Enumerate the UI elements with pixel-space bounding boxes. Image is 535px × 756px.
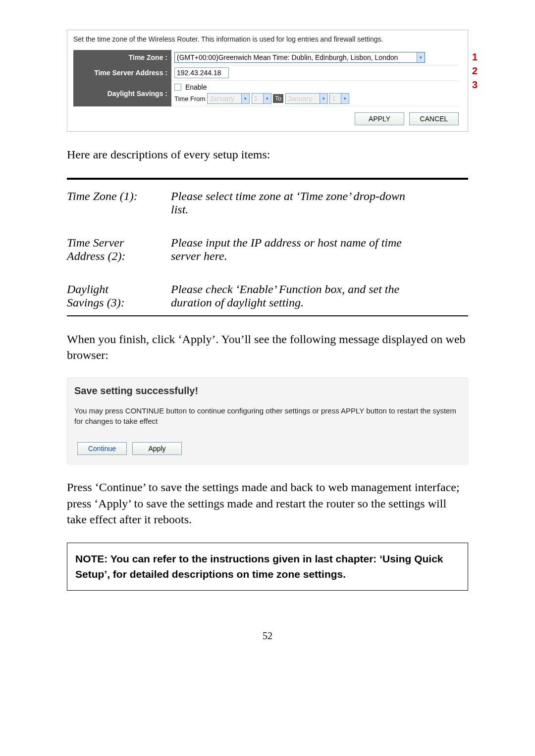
timefrom-label: Time From — [174, 95, 205, 102]
chevron-down-icon: ▾ — [263, 94, 271, 103]
save-setting-body: You may press CONTINUE button to continu… — [74, 405, 461, 426]
from-month-select[interactable]: January ▾ — [207, 93, 250, 104]
time-settings-panel: Set the time zone of the Wireless Router… — [67, 30, 468, 132]
chevron-down-icon: ▾ — [320, 94, 327, 103]
continue-button[interactable]: Continue — [77, 442, 127, 455]
from-day-select[interactable]: 1 ▾ — [252, 93, 271, 104]
save-setting-title: Save setting successfully! — [74, 385, 461, 397]
to-month-select[interactable]: January ▾ — [285, 93, 328, 104]
def-row-timezone: Time Zone (1): Please select time zone a… — [67, 180, 468, 226]
annotation-numbers: 1 2 3 — [472, 50, 478, 92]
def-daylight-term: Daylight Savings (3): — [67, 283, 171, 309]
definitions-table: Time Zone (1): Please select time zone a… — [67, 178, 468, 316]
annotation-2: 2 — [472, 64, 478, 78]
def-row-daylight: Daylight Savings (3): Please check ‘Enab… — [67, 273, 468, 315]
enable-label: Enable — [185, 83, 207, 91]
def-row-server: Time Server Address (2): Please input th… — [67, 226, 468, 273]
timezone-label: Time Zone : — [73, 50, 171, 65]
page-number: 52 — [67, 630, 468, 642]
daylight-label: Daylight Savings : — [73, 81, 171, 106]
row-daylight: Daylight Savings : Enable Time From Janu… — [73, 81, 459, 106]
cancel-button[interactable]: CANCEL — [409, 112, 459, 125]
note-box: NOTE: You can refer to the instructions … — [67, 543, 468, 591]
enable-checkbox[interactable] — [174, 84, 181, 91]
chevron-down-icon: ▾ — [341, 94, 349, 103]
row-server: Time Server Address : 192.43.244.18 — [73, 65, 459, 81]
def-server-desc: Please input the IP address or host name… — [171, 236, 468, 263]
settings-table: Time Zone : (GMT+00:00)Greenwich Mean Ti… — [73, 50, 459, 106]
row-timezone: Time Zone : (GMT+00:00)Greenwich Mean Ti… — [73, 50, 459, 65]
daylight-value-cell: Enable Time From January ▾ 1 ▾ To Januar… — [171, 81, 459, 106]
finish-paragraph: When you finish, click ‘Apply’. You’ll s… — [67, 331, 468, 363]
server-address-input[interactable]: 192.43.244.18 — [174, 67, 229, 78]
def-server-term: Time Server Address (2): — [67, 236, 171, 263]
settings-button-row: APPLY CANCEL — [67, 106, 468, 131]
annotation-3: 3 — [472, 78, 478, 92]
apply-button[interactable]: APPLY — [355, 112, 404, 125]
press-paragraph: Press ‘Continue’ to save the settings ma… — [67, 479, 468, 527]
def-daylight-desc: Please check ‘Enable’ Function box, and … — [171, 283, 468, 309]
chevron-down-icon: ▾ — [417, 52, 425, 62]
timezone-select-value: (GMT+00:00)Greenwich Mean Time: Dublin, … — [177, 53, 398, 61]
annotation-1: 1 — [472, 50, 478, 64]
timezone-value-cell: (GMT+00:00)Greenwich Mean Time: Dublin, … — [171, 50, 459, 65]
settings-intro: Set the time zone of the Wireless Router… — [67, 30, 468, 50]
server-label: Time Server Address : — [73, 65, 171, 81]
server-value-cell: 192.43.244.18 — [171, 65, 459, 81]
apply2-button[interactable]: Apply — [132, 442, 182, 455]
def-timezone-term: Time Zone (1): — [67, 190, 171, 216]
timezone-select[interactable]: (GMT+00:00)Greenwich Mean Time: Dublin, … — [174, 52, 425, 63]
to-label: To — [273, 94, 283, 103]
descriptions-heading: Here are descriptions of every setup ite… — [67, 147, 468, 162]
def-timezone-desc: Please select time zone at ‘Time zone’ d… — [171, 190, 468, 216]
chevron-down-icon: ▾ — [241, 94, 249, 103]
to-day-select[interactable]: 1 ▾ — [329, 93, 349, 104]
save-setting-panel: Save setting successfully! You may press… — [67, 378, 468, 464]
save-button-row: Continue Apply — [74, 442, 461, 455]
